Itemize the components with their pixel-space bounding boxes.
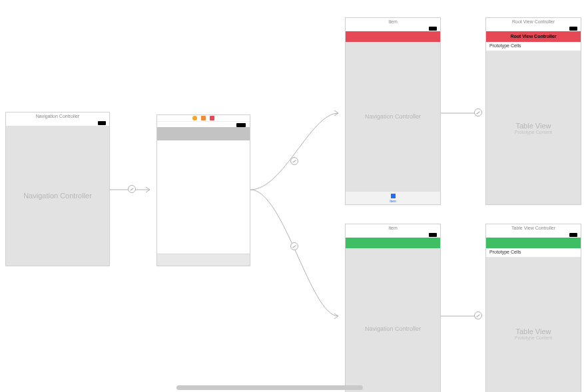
tab-bar-placeholder <box>157 254 250 266</box>
content-area <box>157 140 250 254</box>
table-view-body: Table View Prototype Content <box>486 258 581 392</box>
nav-controller-label: Navigation Controller <box>23 192 92 200</box>
table-view-sublabel: Prototype Content <box>515 335 552 340</box>
scene-title: Item <box>346 226 440 230</box>
scene-toolbar <box>157 115 250 122</box>
nav-body: Navigation Controller <box>346 42 440 191</box>
scene-title: Item <box>346 19 440 24</box>
status-battery-icon <box>569 27 577 31</box>
nav-bar-green <box>486 238 581 248</box>
nav-body: Navigation Controller <box>6 126 109 266</box>
table-view-label: Table View <box>516 327 551 335</box>
horizontal-scrollbar[interactable] <box>176 385 363 390</box>
prototype-cells-label: Prototype Cells <box>486 42 581 51</box>
status-battery-icon <box>429 27 437 31</box>
segue-badge-icon <box>290 157 298 165</box>
scene-title: Table View Controller <box>486 226 581 230</box>
tab-item-icon <box>391 194 396 198</box>
scene-view-controller[interactable] <box>156 114 250 266</box>
nav-bar-red: Root View Controller <box>486 31 581 42</box>
first-responder-icon <box>192 116 197 120</box>
segue-badge-icon <box>128 185 136 193</box>
status-battery-icon <box>98 121 106 125</box>
nav-controller-label: Navigation Controller <box>365 113 421 120</box>
tab-item-label: Item <box>390 199 396 203</box>
segue-2-to-5[interactable] <box>250 190 345 319</box>
table-view-sublabel: Prototype Content <box>515 130 552 134</box>
nav-bar-title: Root View Controller <box>486 31 581 42</box>
nav-body: Navigation Controller <box>346 248 440 392</box>
prototype-cells-label: Prototype Cells <box>486 248 581 258</box>
scene-nav-controller-3[interactable]: Item Navigation Controller <box>345 224 441 392</box>
scene-table-view-controller[interactable]: Table View Controller Prototype Cells Ta… <box>485 224 581 392</box>
scene-title: Root View Controller <box>486 19 581 24</box>
scene-title: Navigation Controller <box>6 114 109 118</box>
exit-icon <box>201 116 206 120</box>
nav-bar-placeholder <box>157 127 250 140</box>
tab-bar[interactable]: Item <box>346 191 440 204</box>
table-view-body: Table View Prototype Content <box>486 51 581 204</box>
table-view-label: Table View <box>516 122 551 130</box>
scene-nav-controller-2[interactable]: Item Navigation Controller Item <box>345 17 441 205</box>
nav-controller-label: Navigation Controller <box>365 325 421 332</box>
segue-2-to-3[interactable] <box>250 110 345 193</box>
scene-nav-controller-1[interactable]: Navigation Controller Navigation Control… <box>5 112 110 266</box>
storyboard-ref-icon <box>210 116 214 120</box>
nav-bar-red <box>346 31 440 42</box>
status-battery-icon <box>569 233 577 237</box>
scene-root-view-controller[interactable]: Root View Controller Root View Controlle… <box>485 17 581 205</box>
segue-badge-icon <box>474 311 482 319</box>
segue-badge-icon <box>474 108 482 116</box>
segue-badge-icon <box>290 242 298 250</box>
nav-bar-green <box>346 238 440 248</box>
status-battery-icon <box>429 233 437 237</box>
